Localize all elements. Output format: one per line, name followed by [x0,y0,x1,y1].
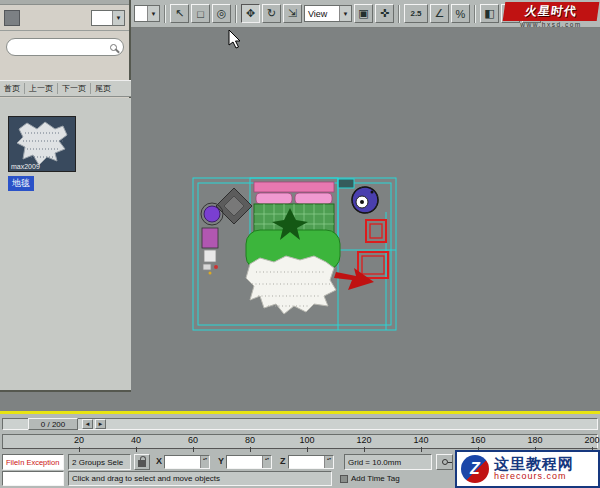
angle-snap-icon[interactable]: ∠ [430,4,449,23]
set-key-button[interactable] [436,454,453,470]
z-axis-label: Z [280,456,286,466]
tab-first-page[interactable]: 首页 [0,83,25,94]
time-slider-handle[interactable]: 0 / 200 [28,418,78,430]
ruler-label: 120 [353,435,375,445]
toolbar-separator [398,5,400,23]
maxscript-listener-line[interactable]: FileIn Exception [2,454,64,470]
selection-status: 2 Groups Sele [68,454,131,470]
brand-bottom-logo: Z 这里教程网 herecours.com [455,450,600,488]
toolbar-separator [235,5,237,23]
asset-browser-panel: ▼ 首页 上一页 下一页 尾页 max2009 地毯 [0,0,131,392]
tab-next-page[interactable]: 下一页 [58,83,91,94]
lock-selection-button[interactable] [134,454,150,470]
spinner-icon[interactable]: ▴▾ [200,456,209,468]
ruler-label: 40 [125,435,147,445]
ruler-label: 20 [68,435,90,445]
toolbar-separator [164,5,166,23]
y-coordinate-value [227,456,262,468]
ruler-label: 180 [524,435,546,445]
red-arrow [334,268,374,290]
fur-rug[interactable] [246,256,336,314]
rectangular-selection-icon[interactable]: □ [191,4,210,23]
z-coordinate-value [289,456,324,468]
select-and-scale-icon[interactable]: ⇲ [283,4,302,23]
chevron-down-icon: ▼ [112,11,124,25]
spinner-icon[interactable]: ▴▾ [324,456,333,468]
mirror-icon[interactable]: ◧ [480,4,499,23]
thumbnail-caption: max2009 [11,163,40,170]
mouse-cursor [228,30,241,49]
tab-prev-page[interactable]: 上一页 [25,83,58,94]
brand-top-logo: 火星时代 www.hxsd.com [504,2,598,32]
prompt-line: Click and drag to select and move object… [68,471,332,486]
tab-last-page[interactable]: 尾页 [91,83,115,94]
time-tag-label: Add Time Tag [351,474,400,483]
search-icon [110,44,117,51]
ruler-label: 60 [182,435,204,445]
snap-toggle-icon[interactable]: 2.5 [404,4,428,23]
select-and-manipulate-icon[interactable]: ✜ [375,4,394,23]
chevron-down-icon: ▼ [147,6,159,21]
panel-menu-button[interactable] [4,10,20,26]
application-window: ▼ ↖ □ ◎ ✥ ↻ ⇲ View ▼ ▣ ✜ 2.5 ∠ % ◧ ▤ ∿ 火… [0,0,600,488]
asset-label-selected[interactable]: 地毯 [8,176,34,191]
brand-top-url: www.hxsd.com [504,21,598,31]
ruler-label: 140 [410,435,432,445]
pager-tabs: 首页 上一页 下一页 尾页 [0,80,131,97]
top-viewport-scene [190,172,402,338]
y-axis-label: Y [218,456,224,466]
use-pivot-center-icon[interactable]: ▣ [354,4,373,23]
brand-bottom-name: 这里教程网 [494,456,574,472]
prev-frame-icon[interactable]: ◄ [82,419,93,429]
select-object-icon[interactable]: ↖ [170,4,189,23]
track-bar[interactable]: 20 40 60 80 100 120 140 160 180 200 [0,432,600,452]
spinner-icon[interactable]: ▴▾ [262,456,271,468]
x-axis-label: X [156,456,162,466]
selection-set-dropdown[interactable]: ▼ [134,5,160,22]
time-tag-icon [340,475,348,483]
panel-toolbar: ▼ [0,5,129,31]
brand-bottom-url: herecours.com [494,472,574,481]
select-and-rotate-icon[interactable]: ↻ [262,4,281,23]
reference-coordinate-dropdown[interactable]: View ▼ [304,5,352,22]
round-table[interactable] [352,187,378,213]
nightstand-diamond[interactable] [216,188,252,224]
percent-snap-icon[interactable]: % [451,4,470,23]
add-time-tag[interactable]: Add Time Tag [337,471,433,486]
time-slider-row: 0 / 200 ◄ ► [0,417,600,432]
maxscript-input-line[interactable] [2,471,64,486]
selection-region-icon[interactable]: ◎ [212,4,231,23]
ruler-label: 100 [296,435,318,445]
reference-coordinate-value: View [308,9,327,19]
z-coordinate-field[interactable]: ▴▾ [288,455,334,469]
search-input[interactable] [6,38,124,56]
red-furniture[interactable] [334,220,388,290]
x-coordinate-value [165,456,200,468]
grid-setting: Grid = 10.0mm [344,454,432,470]
brand-top-title: 火星时代 [503,2,600,21]
asset-thumbnail[interactable]: max2009 [8,116,76,172]
ruler-label: 160 [467,435,489,445]
key-icon [442,459,448,465]
toolbar-separator [474,5,476,23]
ruler-label: 200 [581,435,600,445]
y-coordinate-field[interactable]: ▴▾ [226,455,272,469]
brand-monogram: Z [461,455,489,483]
chevron-down-icon: ▼ [339,6,351,21]
next-frame-icon[interactable]: ► [95,419,106,429]
asset-list: max2009 地毯 [0,98,131,390]
desk-area[interactable] [201,203,223,275]
ruler-label: 80 [239,435,261,445]
panel-dropdown[interactable]: ▼ [91,10,125,26]
lock-icon [138,460,146,467]
x-coordinate-field[interactable]: ▴▾ [164,455,210,469]
select-and-move-icon[interactable]: ✥ [241,4,260,23]
